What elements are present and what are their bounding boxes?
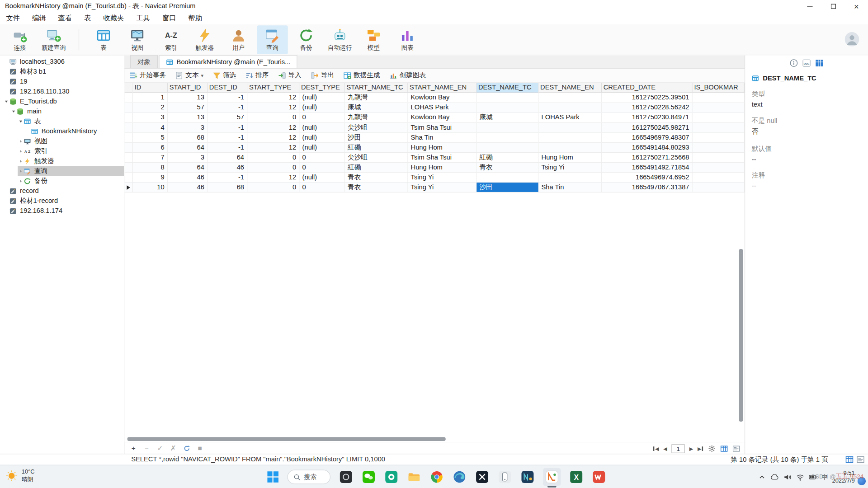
cell-r9-start-id[interactable]: 46 (168, 173, 208, 182)
apply-changes-button[interactable]: ✓ (156, 445, 165, 452)
user-avatar[interactable] (845, 32, 859, 47)
app-green[interactable] (384, 470, 399, 484)
toolbar-button-new-query[interactable]: 新建查询 (38, 25, 69, 54)
ime-indicator[interactable]: 中 (821, 473, 827, 481)
cell-r1-start-id[interactable]: 13 (168, 93, 208, 103)
grid-view-button[interactable] (720, 445, 728, 452)
status-form-view-icon[interactable] (856, 455, 864, 464)
chevron-up-icon[interactable] (758, 473, 766, 481)
vertical-scrollbar-thumb[interactable] (739, 249, 743, 422)
cell-r2-dest-name-tc[interactable] (476, 103, 538, 113)
cell-r9-dest-type[interactable]: (null) (299, 173, 344, 182)
cell-r6-start-type[interactable]: 12 (247, 143, 299, 152)
tree-item-11[interactable]: 查询 (18, 166, 124, 176)
column-header-start-name-en[interactable]: START_NAME_EN (408, 83, 476, 93)
cell-r9-start-name-en[interactable]: Tsing Yi (408, 173, 476, 182)
cell-r1-id[interactable]: 1 (133, 93, 168, 103)
cell-r1-dest-name-en[interactable] (538, 93, 602, 103)
cell-r7-dest-type[interactable]: 0 (299, 153, 344, 162)
cell-r5-dest-name-en[interactable] (538, 133, 602, 142)
cell-r5-id[interactable]: 5 (133, 133, 168, 142)
cell-r2-dest-id[interactable]: -1 (208, 103, 247, 113)
cell-r3-dest-id[interactable]: 57 (208, 113, 247, 122)
cell-r5-dest-name-tc[interactable] (476, 133, 538, 142)
taskbar-search[interactable]: 搜索 (288, 470, 331, 484)
cell-r8-dest-id[interactable]: 46 (208, 163, 247, 172)
tree-item-8[interactable]: 视图 (18, 136, 124, 146)
refresh-button[interactable] (182, 445, 191, 452)
cell-r10-created-date[interactable]: 1665497067.31387 (602, 183, 693, 192)
column-header-id[interactable]: ID (133, 83, 168, 93)
column-header-is-bookmar[interactable]: IS_BOOKMAR (693, 83, 745, 93)
cell-r2-start-name-en[interactable]: LOHAS Park (408, 103, 476, 113)
menu-item-4[interactable]: 收藏夹 (97, 12, 130, 24)
column-header-start-type[interactable]: START_TYPE (247, 83, 299, 93)
cell-r1-dest-name-tc[interactable] (476, 93, 538, 103)
cell-r9-dest-name-en[interactable] (538, 173, 602, 182)
cell-r8-start-id[interactable]: 64 (168, 163, 208, 172)
table-row-9[interactable]: 946-112(null)青衣Tsing Yi1665496974.6952 (125, 173, 745, 183)
cell-r4-created-date[interactable]: 1612750245.98271 (602, 123, 693, 132)
tree-item-9[interactable]: A-Z索引 (18, 146, 124, 156)
cell-r8-dest-type[interactable]: 0 (299, 163, 344, 172)
cell-r7-dest-name-en[interactable]: Hung Hom (538, 153, 602, 162)
cell-r6-dest-name-tc[interactable] (476, 143, 538, 152)
column-header-dest-id[interactable]: DEST_ID (208, 83, 247, 93)
cell-r10-dest-name-en[interactable]: Sha Tin (538, 183, 602, 192)
column-header-start-id[interactable]: START_ID (168, 83, 208, 93)
column-header-start-name-tc[interactable]: START_NAME_TC (345, 83, 408, 93)
tree-expand-arrow-icon[interactable] (18, 159, 24, 163)
cell-r9-start-type[interactable]: 12 (247, 173, 299, 182)
data-generation-button[interactable]: 数据生成 (343, 71, 380, 80)
cell-r4-start-id[interactable]: 3 (168, 123, 208, 132)
form-view-button[interactable] (732, 445, 740, 452)
ddl-toggle-icon[interactable]: DDL (802, 59, 811, 68)
cell-r7-start-type[interactable]: 0 (247, 153, 299, 162)
cell-r3-start-id[interactable]: 13 (168, 113, 208, 122)
cell-r6-dest-type[interactable]: (null) (299, 143, 344, 152)
tree-item-record[interactable]: record (3, 186, 124, 196)
toolbar-button-automation[interactable]: 自动运行 (325, 25, 356, 54)
import-button[interactable]: 导入 (278, 71, 302, 80)
app-chrome[interactable] (429, 470, 444, 484)
column-header-dest-name-tc[interactable]: DEST_NAME_TC (476, 83, 538, 93)
cell-r10-is-bookmar[interactable] (693, 183, 745, 192)
cell-r9-start-name-tc[interactable]: 青衣 (345, 173, 408, 182)
menu-item-0[interactable]: 文件 (0, 12, 26, 24)
tab-0[interactable]: 对象 (130, 55, 158, 68)
cell-r1-dest-type[interactable]: (null) (299, 93, 344, 103)
cell-r8-start-name-en[interactable]: Hung Hom (408, 163, 476, 172)
tree-item-1-record[interactable]: 检材1-record (3, 196, 124, 206)
table-row-5[interactable]: 568-112(null)沙田Sha Tin1665496979.48307 (125, 133, 745, 143)
table-row-8[interactable]: 8644600紅磡Hung Hom青衣Tsing Yi1665491492.71… (125, 163, 745, 173)
menu-item-5[interactable]: 工具 (130, 12, 156, 24)
cell-r9-dest-id[interactable]: -1 (208, 173, 247, 182)
cell-r6-start-id[interactable]: 64 (168, 143, 208, 152)
cell-r8-created-date[interactable]: 1665491492.71854 (602, 163, 693, 172)
cell-r10-dest-id[interactable]: 68 (208, 183, 247, 192)
cell-r1-is-bookmar[interactable] (693, 93, 745, 103)
toolbar-button-views[interactable]: 视图 (122, 25, 153, 54)
tree-item-localhost-3306[interactable]: localhost_3306 (3, 56, 124, 66)
cell-r4-start-name-tc[interactable]: 尖沙咀 (345, 123, 408, 132)
battery-icon[interactable] (809, 473, 817, 481)
cell-r5-dest-type[interactable]: (null) (299, 133, 344, 142)
cell-r3-dest-type[interactable]: 0 (299, 113, 344, 122)
previous-record-button[interactable]: ◀ (663, 446, 667, 451)
app-excel[interactable]: X (569, 470, 584, 484)
tree-expand-arrow-icon[interactable] (18, 169, 24, 173)
cell-r2-dest-name-en[interactable] (538, 103, 602, 113)
cell-r5-start-name-en[interactable]: Sha Tin (408, 133, 476, 142)
toolbar-button-users[interactable]: 用户 (223, 25, 254, 54)
cell-r10-start-name-en[interactable]: Tsing Yi (408, 183, 476, 192)
cell-r2-id[interactable]: 2 (133, 103, 168, 113)
cell-r5-start-id[interactable]: 68 (168, 133, 208, 142)
cell-r2-start-type[interactable]: 12 (247, 103, 299, 113)
toolbar-button-charts[interactable]: 图表 (392, 25, 423, 54)
tree-item-10[interactable]: 触发器 (18, 156, 124, 166)
cell-r3-start-type[interactable]: 0 (247, 113, 299, 122)
cell-r6-dest-name-en[interactable] (538, 143, 602, 152)
cell-r4-dest-type[interactable]: (null) (299, 123, 344, 132)
cell-r8-is-bookmar[interactable] (693, 163, 745, 172)
column-header-dest-type[interactable]: DEST_TYPE (299, 83, 344, 93)
